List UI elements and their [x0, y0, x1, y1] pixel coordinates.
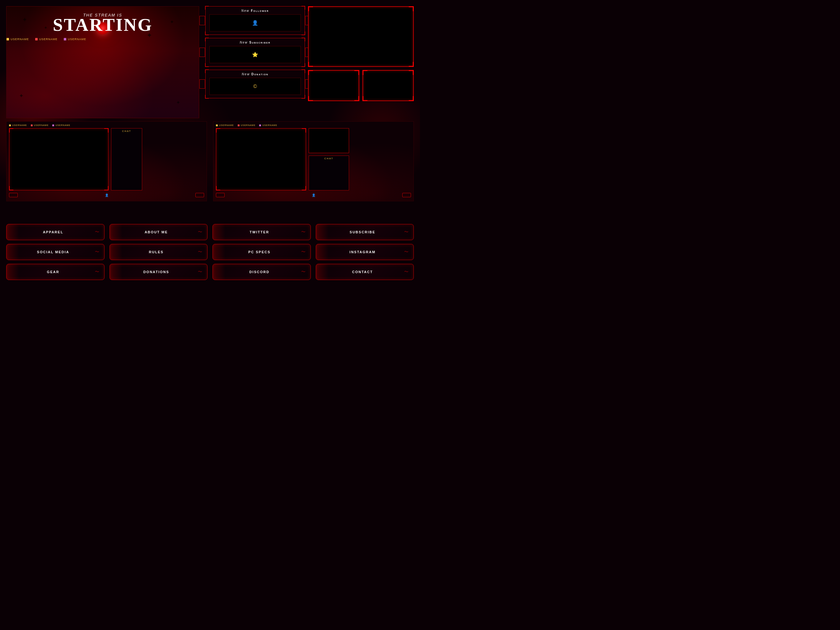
youtube-dot2	[238, 125, 240, 126]
youtube-dot	[31, 125, 33, 126]
corner-bl	[216, 186, 220, 190]
social-youtube: USERNAME	[35, 38, 58, 41]
contact-label: CONTACT	[321, 270, 404, 274]
corner-bl	[308, 96, 313, 101]
layout2-bar-btn-1	[216, 193, 225, 197]
corner-br	[409, 96, 414, 101]
twitter-deco: 〜	[301, 229, 306, 235]
subscribe-button[interactable]: SUBSCRIBE 〜	[316, 224, 414, 240]
layout1-bar-btn-2	[195, 193, 204, 197]
layout2-social-instagram: USERNAME	[259, 124, 277, 126]
donation-icon: ©	[253, 84, 257, 89]
gear-button[interactable]: GEAR 〜	[6, 264, 104, 280]
apparel-button[interactable]: APPAREL 〜	[6, 224, 104, 240]
donation-display: ©	[209, 78, 301, 95]
stream-socials: USERNAME USERNAME USERNAME	[6, 38, 199, 41]
stream-text-block: The Stream is Starting	[6, 13, 199, 34]
discord-label: DISCORD	[218, 270, 301, 274]
instagram-dot	[52, 125, 54, 126]
rules-accent	[110, 244, 122, 260]
corner-tl	[205, 38, 209, 41]
twitter-label: TWITTER	[218, 230, 301, 234]
social-media-button[interactable]: SOCIAL MEDIA 〜	[6, 244, 104, 260]
corner-bl	[205, 32, 209, 35]
corner-bl	[362, 96, 368, 101]
corner-tr	[302, 69, 305, 73]
donations-button[interactable]: DONATIONS 〜	[109, 264, 208, 280]
layout1-main-screen	[9, 128, 109, 190]
about-me-label: ABOUT ME	[115, 230, 198, 234]
gear-label: GEAR	[11, 270, 95, 274]
layout2-webcam	[309, 128, 349, 153]
webcam-frames-column	[308, 6, 414, 101]
pc-specs-button[interactable]: PC SPECS 〜	[213, 244, 311, 260]
apparel-accent	[6, 224, 19, 240]
subscribe-label: SUBSCRIBE	[321, 230, 404, 234]
twitter-dot	[9, 125, 11, 126]
corner-tr	[409, 70, 414, 75]
corner-tr	[302, 38, 305, 41]
subscribe-accent	[316, 224, 328, 240]
contact-button[interactable]: CONTACT 〜	[316, 264, 414, 280]
layout1-social-twitter: USERNAME	[9, 124, 27, 126]
contact-deco: 〜	[404, 269, 409, 275]
discord-deco: 〜	[301, 269, 306, 275]
rules-button[interactable]: RULES 〜	[109, 244, 208, 260]
layout2-bar-icon: 👤	[312, 194, 316, 197]
layout2-youtube-label: USERNAME	[241, 124, 256, 126]
layouts-section: USERNAME USERNAME USERNAME CHAT	[6, 122, 414, 201]
about-me-deco: 〜	[198, 229, 202, 235]
new-follower-alert: New Follower 👤	[205, 6, 305, 35]
about-me-accent	[110, 224, 122, 240]
social-twitter: USERNAME	[6, 38, 29, 41]
webcam-small-2	[362, 70, 414, 101]
layout1-youtube-label: USERNAME	[34, 124, 49, 126]
layout2-social-youtube: USERNAME	[238, 124, 256, 126]
layout2-chat-label: CHAT	[324, 157, 333, 160]
new-donation-alert: New Donation ©	[205, 70, 305, 98]
twitter-username: USERNAME	[11, 38, 29, 41]
layout1-content: CHAT	[9, 128, 204, 190]
social-media-label: SOCIAL MEDIA	[11, 250, 95, 254]
corner-br	[302, 32, 305, 35]
donations-deco: 〜	[198, 269, 202, 275]
apparel-deco: 〜	[95, 229, 99, 235]
discord-button[interactable]: DISCORD 〜	[213, 264, 311, 280]
twitter-icon	[6, 38, 9, 41]
about-me-button[interactable]: ABOUT ME 〜	[109, 224, 208, 240]
webcam-large	[308, 6, 414, 67]
rules-deco: 〜	[198, 249, 202, 255]
corner-bl	[308, 62, 313, 67]
corner-tl	[308, 70, 313, 75]
corner-tr	[302, 6, 305, 9]
layout2-chat: CHAT	[309, 156, 349, 190]
layout2-socials: USERNAME USERNAME USERNAME	[216, 124, 411, 126]
corner-br	[302, 63, 305, 67]
twitter-accent	[213, 224, 225, 240]
bat-deco-6: ✦	[176, 99, 180, 106]
pc-specs-deco: 〜	[301, 249, 306, 255]
youtube-icon	[35, 38, 38, 41]
corner-br	[409, 62, 414, 67]
layout1-right: CHAT	[111, 128, 142, 190]
corner-tr	[409, 6, 414, 11]
instagram-deco: 〜	[404, 249, 409, 255]
contact-accent	[316, 264, 328, 280]
twitter-button[interactable]: TWITTER 〜	[213, 224, 311, 240]
layout-panel-1: USERNAME USERNAME USERNAME CHAT	[6, 122, 207, 201]
follower-icon: 👤	[252, 20, 258, 26]
instagram-button[interactable]: INSTAGRAM 〜	[316, 244, 414, 260]
corner-tl	[205, 69, 209, 73]
layout1-socials: USERNAME USERNAME USERNAME	[9, 124, 204, 126]
layout2-twitter-label: USERNAME	[219, 124, 234, 126]
new-subscriber-alert: New Subscriber ⭐	[205, 38, 305, 66]
social-media-deco: 〜	[95, 249, 99, 255]
follower-display: 👤	[209, 14, 301, 32]
layout2-right: CHAT	[309, 128, 349, 190]
corner-bl	[9, 186, 13, 190]
layout2-instagram-label: USERNAME	[262, 124, 277, 126]
social-media-accent	[6, 244, 19, 260]
alert-side-left	[199, 79, 205, 88]
subscribe-deco: 〜	[404, 229, 409, 235]
youtube-username: USERNAME	[39, 38, 58, 41]
